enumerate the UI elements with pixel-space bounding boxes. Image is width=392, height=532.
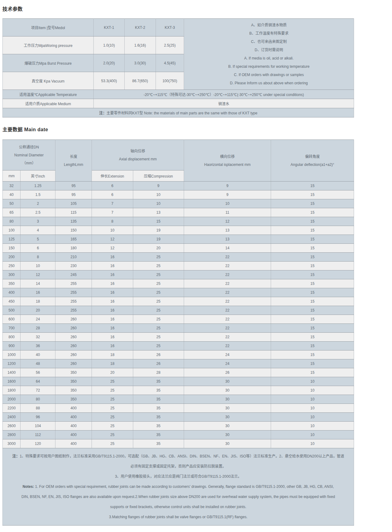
table-cell: 350 (3, 279, 21, 288)
table-cell: 400 (55, 404, 92, 413)
table-cell: 15 (271, 297, 354, 306)
table-cell: 15 (271, 262, 354, 270)
table-cell: 10 (271, 386, 354, 395)
table-cell: 25 (133, 315, 184, 324)
section-title-tech-params: 技术参数 (2, 5, 354, 12)
medium-label: 适用介质Applicable Medium (3, 99, 94, 108)
table-cell: 14 (21, 279, 55, 288)
table-cell: 25 (133, 333, 184, 342)
table-cell: 15 (271, 199, 354, 208)
table-row: 100415010191315 (3, 226, 354, 235)
table-cell: 18 (21, 297, 55, 306)
table-cell: 25 (133, 297, 184, 306)
table-cell: 25 (92, 386, 133, 395)
table-cell: 1200 (3, 359, 21, 368)
table-cell: 2200 (3, 404, 21, 413)
table-cell: 64 (21, 377, 55, 386)
table-row: 5021057101015 (3, 199, 354, 208)
table-cell: 15 (271, 279, 354, 288)
spec-page: 技术参数 项目Item |型号Medol KXT-1 KXT-2 KXT-3 A… (2, 5, 354, 526)
temperature-value: -20℃~+115℃（特殊可达-30℃~+250℃）-20℃~+115℃(-30… (94, 90, 354, 99)
table-cell: 25 (133, 342, 184, 350)
table-cell: 400 (55, 413, 92, 422)
working-pressure-kxt3: 2.5(25) (156, 36, 184, 54)
table-cell: 80 (21, 395, 55, 404)
table-row: 4501825516252215 (3, 297, 354, 306)
section-title-main-data: 主要数据 Main date (2, 125, 354, 133)
table-cell: 10 (133, 190, 184, 199)
table-row: 8003226016252215 (3, 333, 354, 342)
table-cell: 22 (184, 306, 271, 315)
table-cell: 10 (271, 413, 354, 422)
table-cell: 2400 (3, 413, 21, 422)
table-cell: 2 (21, 199, 55, 208)
table-cell: 15 (271, 190, 354, 199)
table-cell: 16 (21, 288, 55, 297)
table-row: 3501425516252215 (3, 279, 354, 288)
table-cell: 25 (133, 270, 184, 279)
table-cell: 22 (184, 324, 271, 333)
subheader-mm: mm (3, 170, 21, 182)
table-cell: 25 (133, 279, 184, 288)
table-cell: 10 (271, 439, 354, 448)
subheader-compression: 压缩Compression (133, 170, 184, 182)
table-cell: 255 (55, 306, 92, 315)
header-axial-displacement: 轴向位移 Axial displacement mm (92, 140, 184, 170)
table-cell: 12 (92, 235, 133, 244)
table-cell: 120 (21, 439, 55, 448)
table-cell: 40 (21, 350, 55, 359)
working-pressure-label: 工作压力MpaWoring pressure (3, 36, 94, 54)
tech-header-model-kxt2: KXT-2 (124, 19, 156, 36)
table-cell: 180 (55, 244, 92, 253)
vacuum-kxt3: 100(750) (156, 72, 184, 90)
side-note-line: B、工作温度有特殊要求 (185, 29, 352, 38)
table-cell: 18 (92, 350, 133, 359)
table-cell: 15 (271, 324, 354, 333)
tech-header-model-kxt1: KXT-1 (94, 19, 125, 36)
table-cell: 10 (271, 395, 354, 404)
table-cell: 10 (92, 226, 133, 235)
table-cell: 15 (271, 244, 354, 253)
side-note-line: A、如介质钢渣水物质 (185, 21, 352, 29)
table-row: 适用介质Applicable Medium 钢渣水 (3, 99, 354, 108)
table-cell: 56 (21, 368, 55, 377)
table-cell: 700 (3, 324, 21, 333)
tech-header-model-kxt3: KXT-3 (156, 19, 184, 36)
table-cell: 400 (3, 288, 21, 297)
table-cell: 125 (3, 235, 21, 244)
table-cell: 24 (184, 359, 271, 368)
table-cell: 2000 (3, 395, 21, 404)
table-cell: 115 (55, 208, 92, 217)
vacuum-kxt2: 86.7(650) (124, 72, 156, 90)
table-cell: 245 (55, 270, 92, 279)
side-note-line: C. If OEM orders with drawings or sample… (185, 71, 352, 79)
table-cell: 10 (133, 199, 184, 208)
table-cell: 400 (55, 422, 92, 431)
table-row: 8031358151215 (3, 217, 354, 226)
medium-value: 钢渣水 (94, 99, 354, 108)
tech-params-table: 项目Item |型号Medol KXT-1 KXT-2 KXT-3 A、如介质钢… (2, 18, 354, 117)
table-cell: 25 (92, 395, 133, 404)
table-cell: 12 (21, 270, 55, 279)
table-cell: 260 (55, 359, 92, 368)
table-cell: 800 (3, 333, 21, 342)
table-cell: 255 (55, 279, 92, 288)
table-cell: 10 (271, 377, 354, 386)
table-cell: 30 (184, 404, 271, 413)
table-row: 16006435025353010 (3, 377, 354, 386)
table-cell: 255 (55, 288, 92, 297)
table-cell: 16 (92, 342, 133, 350)
table-row: 321.259569915 (3, 182, 354, 190)
subheader-extension: 伸长Extension (92, 170, 133, 182)
table-cell: 15 (271, 342, 354, 350)
table-cell: 165 (55, 235, 92, 244)
table-row: 5002025516252215 (3, 306, 354, 315)
main-note-line: Notes: 1. For OEM orders with special re… (5, 482, 352, 492)
table-cell: 105 (55, 199, 92, 208)
main-note-line: DIN, BSEN, NF, EN, JIS, ISO flanges are … (5, 492, 352, 502)
table-row: 22008840025353010 (3, 404, 354, 413)
table-cell: 35 (133, 386, 184, 395)
table-cell: 7 (92, 199, 133, 208)
table-cell: 260 (55, 315, 92, 324)
table-row: 18007235025353010 (3, 386, 354, 395)
